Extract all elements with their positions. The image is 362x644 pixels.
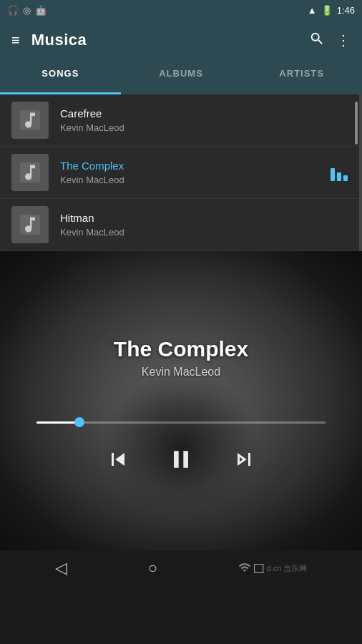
prev-button[interactable] [105, 447, 131, 477]
eq-bar-3 [343, 175, 348, 181]
song-title: Carefree [60, 107, 348, 119]
status-bar: 🎧 ◎ 🤖 ▲ 🔋 1:46 [0, 0, 362, 20]
headphones-icon: 🎧 [7, 5, 19, 16]
tab-songs[interactable]: SONGS [0, 60, 121, 94]
android-icon: 🤖 [35, 5, 47, 16]
tab-artists[interactable]: ARTISTS [241, 60, 362, 94]
scrollbar[interactable] [355, 102, 358, 145]
eq-bar-1 [331, 168, 335, 181]
song-title-active: The Complex [60, 160, 325, 172]
back-button[interactable]: ◁ [55, 559, 67, 577]
song-info: The Complex Kevin MacLeod [60, 160, 325, 185]
battery-icon: 🔋 [321, 5, 333, 16]
home-button[interactable]: ○ [148, 559, 157, 577]
search-icon[interactable] [309, 31, 325, 50]
list-item[interactable]: The Complex Kevin MacLeod [0, 147, 359, 199]
song-thumbnail [11, 206, 49, 243]
progress-container[interactable] [36, 421, 326, 424]
pause-button[interactable] [167, 445, 195, 479]
eq-bar-2 [337, 172, 341, 181]
watermark: □ d.cn 当乐网 [238, 559, 307, 577]
toolbar: ≡ Musica ⋮ [0, 20, 362, 60]
more-options-icon[interactable]: ⋮ [336, 31, 351, 49]
now-playing-panel: The Complex Kevin MacLeod [0, 251, 362, 550]
list-item[interactable]: Hitman Kevin MacLeod [0, 199, 359, 251]
song-thumbnail [11, 102, 49, 139]
song-artist: Kevin MacLeod [60, 227, 348, 238]
song-info: Carefree Kevin MacLeod [60, 107, 348, 133]
progress-thumb[interactable] [74, 417, 84, 427]
now-playing-artist: Kevin MacLeod [142, 366, 220, 379]
list-item[interactable]: Carefree Kevin MacLeod [0, 94, 359, 147]
song-info: Hitman Kevin MacLeod [60, 212, 348, 238]
status-time: 1:46 [337, 5, 355, 16]
app-title: Musica [31, 31, 298, 49]
now-playing-content: The Complex Kevin MacLeod [0, 323, 362, 479]
wifi-icon [238, 561, 251, 576]
recent-apps-button[interactable]: □ [254, 559, 263, 577]
menu-icon[interactable]: ≡ [11, 33, 20, 47]
song-thumbnail [11, 154, 49, 191]
now-playing-title: The Complex [114, 337, 248, 361]
song-list: Carefree Kevin MacLeod The Complex Kevin… [0, 94, 362, 251]
next-button[interactable] [231, 447, 257, 477]
watermark-text: d.cn 当乐网 [267, 563, 308, 574]
target-icon: ◎ [23, 5, 31, 16]
song-artist: Kevin MacLeod [60, 122, 348, 133]
tab-albums[interactable]: ALBUMS [121, 60, 242, 94]
playing-indicator [331, 164, 348, 181]
song-artist: Kevin MacLeod [60, 175, 325, 185]
signal-icon: ▲ [308, 5, 317, 16]
navigation-bar: ◁ ○ □ d.cn 当乐网 [0, 550, 362, 586]
tabs: SONGS ALBUMS ARTISTS [0, 60, 362, 94]
playback-controls [105, 445, 257, 479]
progress-track[interactable] [36, 421, 326, 424]
status-right: ▲ 🔋 1:46 [308, 5, 355, 16]
status-icons: 🎧 ◎ 🤖 [7, 5, 47, 16]
progress-fill [36, 421, 80, 424]
song-title: Hitman [60, 212, 348, 224]
